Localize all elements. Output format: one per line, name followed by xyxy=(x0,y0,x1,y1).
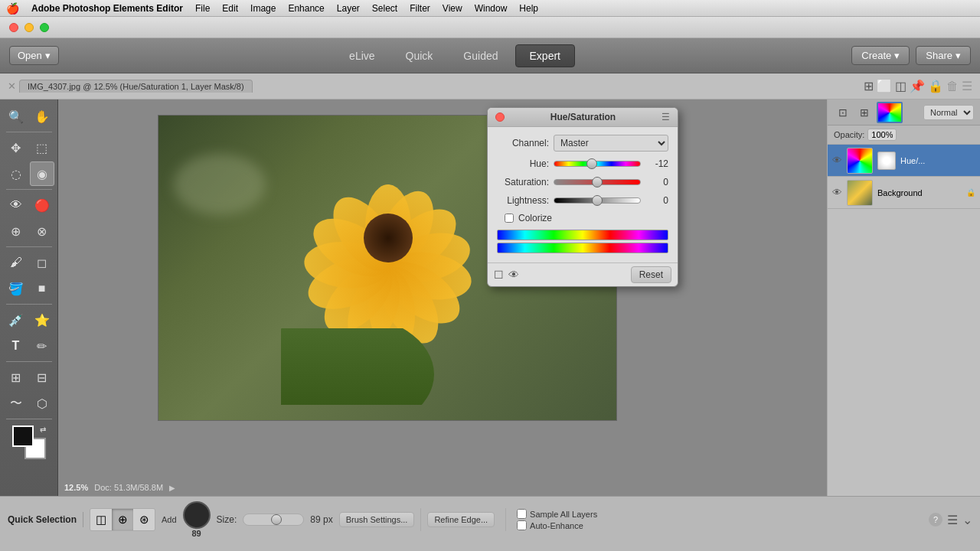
status-arrow-icon[interactable]: ▶ xyxy=(169,484,175,492)
tab-expert[interactable]: Expert xyxy=(515,44,575,67)
black-white-rect[interactable]: ■ xyxy=(30,276,54,301)
pin-icon[interactable]: 📌 xyxy=(910,79,925,93)
selection-tool[interactable]: ⬚ xyxy=(30,135,54,160)
layer-visibility-icon-hue[interactable]: 👁 xyxy=(832,155,842,166)
colorize-checkbox[interactable] xyxy=(505,214,514,223)
swap-colors-icon[interactable]: ⇄ xyxy=(40,425,46,434)
menu-edit[interactable]: Edit xyxy=(222,3,238,14)
layer-item-hue[interactable]: 👁 Hue/... xyxy=(828,145,980,177)
maximize-window-button[interactable] xyxy=(40,23,49,32)
right-panel: ⊡ ⊞ Normal Opacity: 👁 Hue/... xyxy=(827,99,980,496)
menu-enhance[interactable]: Enhance xyxy=(288,3,324,14)
menu-view[interactable]: View xyxy=(443,3,462,14)
close-window-button[interactable] xyxy=(9,23,18,32)
document-tab[interactable]: IMG_4307.jpg @ 12.5% (Hue/Saturation 1, … xyxy=(19,80,253,93)
blend-mode-select[interactable]: Normal xyxy=(923,105,974,120)
pencil-tool[interactable]: ✏ xyxy=(30,334,54,358)
options-expand-icon[interactable]: ⌄ xyxy=(962,513,972,527)
panel-options-icon[interactable]: ☰ xyxy=(962,79,972,93)
qs-intersect-tool[interactable]: ⊛ xyxy=(133,509,155,530)
red-eye-tool[interactable]: 🔴 xyxy=(30,193,54,217)
menu-file[interactable]: File xyxy=(195,3,210,14)
minimize-window-button[interactable] xyxy=(24,23,34,32)
quick-selection-toolbar: Quick Selection ◫ ⊕ ⊛ Add 89 Size: 89 px… xyxy=(0,496,980,551)
eyedropper-tool[interactable]: 💉 xyxy=(4,308,28,332)
saturation-label: Saturation: xyxy=(497,177,549,187)
layer-thumb-bg xyxy=(847,180,873,206)
menu-help[interactable]: Help xyxy=(519,3,538,14)
lasso-tool[interactable]: ◌ xyxy=(4,161,28,186)
size-slider[interactable] xyxy=(243,514,304,526)
eye-tool[interactable]: 👁 xyxy=(4,193,28,217)
apple-menu[interactable]: 🍎 xyxy=(6,2,19,15)
brush-settings-button[interactable]: Brush Settings... xyxy=(339,512,415,527)
foreground-color[interactable] xyxy=(12,425,34,447)
dialog-menu-icon[interactable]: ☰ xyxy=(662,112,670,122)
qs-add-tool[interactable]: ⊕ xyxy=(112,509,133,530)
move-tool[interactable]: ✥ xyxy=(4,135,28,160)
compare-view-icon[interactable]: ◫ xyxy=(895,79,906,93)
help-button[interactable]: ? xyxy=(929,513,942,527)
hue-saturation-dialog: Hue/Saturation ☰ Channel: Master Hue: xyxy=(487,107,678,287)
auto-enhance-row: Auto-Enhance xyxy=(517,520,597,530)
qs-subtract-tool[interactable]: ◫ xyxy=(90,509,112,530)
eraser-tool[interactable]: ◻ xyxy=(30,250,54,275)
channel-select[interactable]: Master xyxy=(554,135,668,152)
hue-layer-active-icon[interactable] xyxy=(877,102,903,123)
menu-window[interactable]: Window xyxy=(475,3,508,14)
open-button[interactable]: Open ▾ xyxy=(9,46,59,65)
menu-layer[interactable]: Layer xyxy=(337,3,360,14)
options-list-icon[interactable]: ☰ xyxy=(947,513,958,527)
hand-tool[interactable]: ✋ xyxy=(30,104,54,129)
layer-visibility-icon-bg[interactable]: 👁 xyxy=(832,187,842,198)
star-tool[interactable]: ⭐ xyxy=(30,308,54,332)
auto-enhance-checkbox[interactable] xyxy=(517,520,527,530)
lightness-label: Lightness: xyxy=(497,195,549,206)
paint-bucket-tool[interactable]: 🪣 xyxy=(4,276,28,301)
blur-tool[interactable]: 〜 xyxy=(4,391,28,416)
menu-image[interactable]: Image xyxy=(250,3,276,14)
smart-brush-tool[interactable]: ⬡ xyxy=(30,391,54,416)
tool-separator-4 xyxy=(6,304,52,305)
clone-tool[interactable]: ⊗ xyxy=(30,219,54,243)
text-tool[interactable]: T xyxy=(4,334,28,358)
brush-tool[interactable]: 🖌 xyxy=(4,250,28,275)
tab-guided[interactable]: Guided xyxy=(449,45,511,67)
saturation-slider-thumb[interactable] xyxy=(592,177,603,187)
grid-view-icon[interactable]: ⊞ xyxy=(864,79,874,93)
layer-thumb-hue xyxy=(847,148,873,174)
create-button[interactable]: Create ▾ xyxy=(851,46,910,65)
transform-tool[interactable]: ⊞ xyxy=(4,365,28,390)
heal-tool[interactable]: ⊕ xyxy=(4,219,28,243)
size-slider-thumb[interactable] xyxy=(271,514,282,525)
menu-filter[interactable]: Filter xyxy=(410,3,430,14)
trash-icon[interactable]: 🗑 xyxy=(946,80,959,93)
refine-edge-button[interactable]: Refine Edge... xyxy=(427,512,495,527)
share-button[interactable]: Share ▾ xyxy=(916,46,971,65)
sample-all-layers-label: Sample All Layers xyxy=(530,510,597,519)
preview-checkbox-icon[interactable]: ☐ xyxy=(494,269,504,281)
tool-separator-2 xyxy=(6,189,52,190)
tab-quick[interactable]: Quick xyxy=(392,45,447,67)
eye-preview-icon[interactable]: 👁 xyxy=(508,269,519,281)
lightness-slider-thumb[interactable] xyxy=(592,195,603,206)
zoom-tool[interactable]: 🔍 xyxy=(4,104,28,129)
reset-button[interactable]: Reset xyxy=(631,266,671,283)
opacity-input[interactable] xyxy=(867,129,897,141)
sample-all-layers-checkbox[interactable] xyxy=(517,509,527,519)
menu-select[interactable]: Select xyxy=(372,3,397,14)
quick-select-tool[interactable]: ◉ xyxy=(30,161,54,186)
tools-panel: 🔍 ✋ ✥ ⬚ ◌ ◉ 👁 🔴 ⊕ ⊗ 🖌 ◻ 🪣 ■ xyxy=(0,99,58,496)
dialog-close-button[interactable] xyxy=(495,112,505,122)
layer-list: 👁 Hue/... 👁 Background 🔒 xyxy=(828,145,980,496)
panel-icon-1[interactable]: ⊡ xyxy=(834,103,852,122)
panel-icon-2[interactable]: ⊞ xyxy=(855,103,874,122)
close-doc-icon[interactable]: ✕ xyxy=(8,80,16,92)
hue-slider-thumb[interactable] xyxy=(586,158,597,169)
layer-item-background[interactable]: 👁 Background 🔒 xyxy=(828,177,980,209)
title-bar xyxy=(0,17,980,38)
single-view-icon[interactable]: ⬜ xyxy=(877,79,892,93)
recompose-tool[interactable]: ⊟ xyxy=(30,365,54,390)
lock-icon[interactable]: 🔒 xyxy=(928,79,943,93)
tab-elive[interactable]: eLive xyxy=(335,45,388,67)
